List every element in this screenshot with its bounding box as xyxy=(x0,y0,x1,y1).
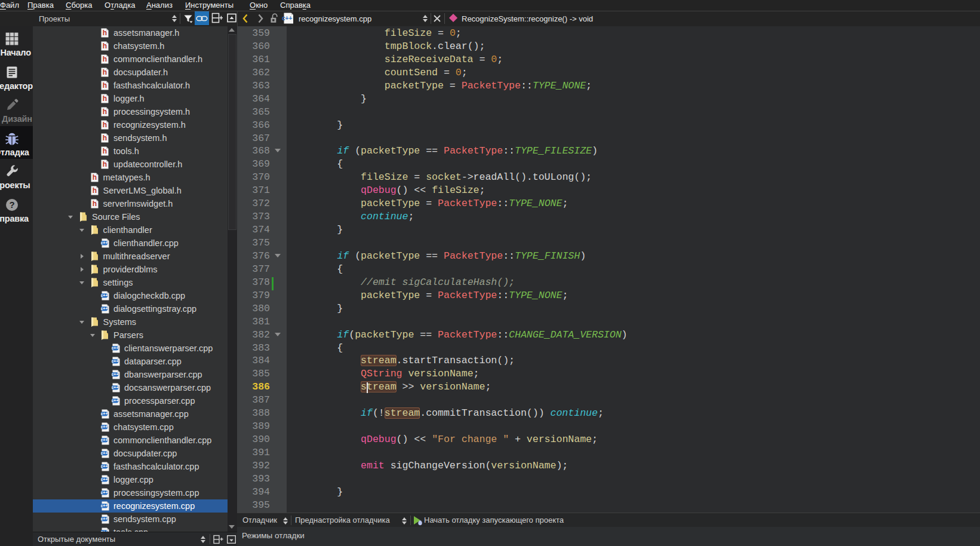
svg-text:h: h xyxy=(103,81,107,90)
svg-text:h: h xyxy=(92,200,96,208)
svg-text:h: h xyxy=(103,29,107,37)
svg-text:c++: c++ xyxy=(101,464,108,468)
svg-text:h: h xyxy=(103,147,107,155)
svg-text:h: h xyxy=(103,68,107,76)
svg-text:c++: c++ xyxy=(101,477,108,481)
svg-text:c++: c++ xyxy=(101,517,108,521)
svg-text:c++: c++ xyxy=(101,438,108,442)
svg-text:c++: c++ xyxy=(101,490,108,495)
svg-text:c++: c++ xyxy=(101,412,108,416)
svg-text:c++: c++ xyxy=(101,504,108,508)
svg-text:h: h xyxy=(92,173,96,182)
svg-text:c++: c++ xyxy=(282,15,292,22)
svg-text:h: h xyxy=(103,134,107,142)
svg-text:c++: c++ xyxy=(101,425,108,429)
svg-text:c++: c++ xyxy=(112,398,119,403)
svg-text:c++: c++ xyxy=(101,306,108,311)
svg-text:h: h xyxy=(103,108,107,116)
svg-text:h: h xyxy=(103,94,107,103)
svg-text:c++: c++ xyxy=(112,372,119,376)
svg-text:c++: c++ xyxy=(112,385,119,389)
svg-text:h: h xyxy=(103,121,107,129)
svg-text:c++: c++ xyxy=(112,346,119,350)
svg-text:c++: c++ xyxy=(101,451,108,455)
svg-text:c++: c++ xyxy=(112,359,119,363)
svg-text:c++: c++ xyxy=(101,241,108,245)
svg-text:h: h xyxy=(92,186,96,195)
svg-text:h: h xyxy=(103,160,107,168)
svg-text:h: h xyxy=(103,42,107,50)
svg-text:c++: c++ xyxy=(101,293,108,297)
svg-text:?: ? xyxy=(9,200,14,210)
svg-text:h: h xyxy=(103,55,107,63)
